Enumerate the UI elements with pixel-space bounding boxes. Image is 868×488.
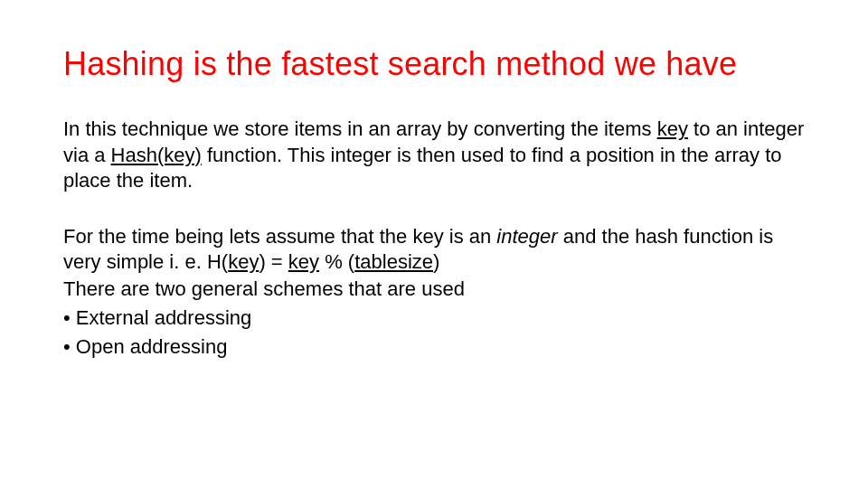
paragraph-intro: In this technique we store items in an a… <box>63 117 805 192</box>
text: % ( <box>319 250 354 273</box>
term-key: key <box>288 250 319 273</box>
paragraph-assumption: For the time being lets assume that the … <box>63 224 805 275</box>
term-integer: integer <box>496 225 557 248</box>
text: For the time being lets assume that the … <box>63 225 496 248</box>
schemes-intro: There are two general schemes that are u… <box>63 275 805 304</box>
term-key: key <box>657 117 688 140</box>
slide-body: In this technique we store items in an a… <box>63 117 805 361</box>
list-item: External addressing <box>63 304 805 333</box>
text: In this technique we store items in an a… <box>63 117 657 140</box>
slide-title: Hashing is the fastest search method we … <box>63 45 805 82</box>
text: ) <box>433 250 439 273</box>
term-tablesize: tablesize <box>354 250 433 273</box>
slide: Hashing is the fastest search method we … <box>0 0 868 488</box>
term-key: key <box>228 250 259 273</box>
bullet-list: External addressing Open addressing <box>63 304 805 361</box>
text: ) = <box>259 250 288 273</box>
term-hash-func: Hash(key) <box>111 144 202 166</box>
list-item: Open addressing <box>63 333 805 361</box>
